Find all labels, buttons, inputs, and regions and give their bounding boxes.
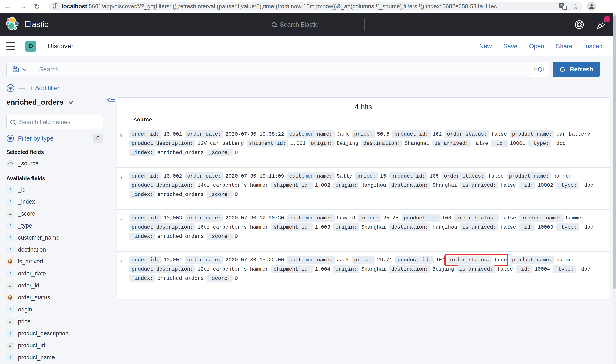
field-key-badge[interactable]: _score: bbox=[207, 275, 233, 282]
field-key-badge[interactable]: _type: bbox=[556, 223, 579, 231]
field-key-badge[interactable]: destination: bbox=[361, 140, 403, 147]
field-list-item[interactable]: # product_id bbox=[6, 339, 103, 351]
index-pattern-picker[interactable]: enriched_orders bbox=[6, 98, 103, 106]
nav-action-link[interactable]: Inspect bbox=[584, 43, 604, 50]
browser-menu-icon[interactable]: ⋮ bbox=[599, 2, 607, 11]
field-key-badge[interactable]: _id: bbox=[519, 182, 536, 189]
scrollbar-thumb[interactable] bbox=[613, 15, 616, 289]
nav-action-link[interactable]: New bbox=[479, 43, 492, 50]
field-key-badge[interactable]: order_status: bbox=[442, 172, 486, 180]
field-key-badge[interactable]: price: bbox=[352, 256, 375, 264]
page-scrollbar[interactable] bbox=[613, 13, 616, 364]
field-key-badge[interactable]: order_date: bbox=[185, 256, 223, 264]
field-list-item[interactable]: </> _source bbox=[6, 157, 103, 169]
browser-reload-button[interactable]: ↻ bbox=[34, 0, 40, 13]
field-list-item[interactable]: # order_id bbox=[6, 280, 103, 291]
url-text[interactable]: localhost:5601/app/discover#/?_g=(filter… bbox=[62, 3, 556, 10]
global-search-input[interactable]: Search Elastic bbox=[268, 18, 364, 31]
field-key-badge[interactable]: customer_name: bbox=[287, 172, 335, 180]
browser-back-button[interactable]: ← bbox=[5, 0, 12, 13]
field-key-badge[interactable]: order_status: bbox=[445, 130, 489, 138]
expand-document-chevron-icon[interactable]: › bbox=[120, 214, 129, 247]
field-list-item[interactable]: t destination bbox=[6, 244, 103, 256]
collapse-sidebar-icon[interactable] bbox=[107, 98, 115, 106]
add-filter-button[interactable]: + Add filter bbox=[30, 85, 59, 92]
field-key-badge[interactable]: order_id: bbox=[129, 130, 162, 138]
field-key-badge[interactable]: price: bbox=[358, 214, 381, 222]
field-key-badge[interactable]: destination: bbox=[389, 265, 430, 273]
browser-forward-button[interactable]: → bbox=[19, 0, 27, 13]
field-key-badge[interactable]: product_id: bbox=[389, 172, 427, 180]
field-key-badge[interactable]: product_id: bbox=[395, 256, 434, 264]
field-key-badge[interactable]: origin: bbox=[333, 182, 359, 189]
field-key-badge[interactable]: order_status: bbox=[454, 214, 498, 222]
field-key-badge[interactable]: is_arrived: bbox=[460, 182, 498, 189]
field-key-badge[interactable]: price: bbox=[355, 172, 378, 180]
field-list-item[interactable]: t _id bbox=[6, 184, 103, 196]
field-list-item[interactable]: t _type bbox=[6, 220, 103, 232]
field-key-badge[interactable]: product_name: bbox=[510, 130, 554, 138]
field-key-badge[interactable]: customer_name: bbox=[287, 214, 335, 222]
field-key-badge[interactable]: customer_name: bbox=[287, 256, 335, 264]
field-key-badge[interactable]: origin: bbox=[333, 265, 359, 273]
expand-document-chevron-icon[interactable]: › bbox=[120, 130, 129, 163]
browser-profile-avatar[interactable] bbox=[587, 2, 596, 11]
saved-query-menu-button[interactable] bbox=[7, 62, 33, 77]
expand-document-chevron-icon[interactable]: › bbox=[120, 172, 129, 205]
field-key-badge[interactable]: origin: bbox=[309, 140, 335, 147]
field-key-badge[interactable]: product_description: bbox=[129, 140, 195, 147]
field-key-badge[interactable]: product_id: bbox=[402, 214, 440, 222]
field-key-badge[interactable]: is_arrived: bbox=[433, 140, 471, 147]
browser-address-bar[interactable]: ⓘ localhost:5601/app/discover#/?_g=(filt… bbox=[49, 2, 583, 11]
field-key-badge[interactable]: product_name: bbox=[507, 172, 551, 180]
field-key-badge[interactable]: order_date: bbox=[185, 130, 223, 138]
field-search-input[interactable]: Search field names bbox=[6, 115, 103, 129]
field-key-badge[interactable]: _id: bbox=[519, 223, 536, 231]
menu-hamburger-icon[interactable] bbox=[6, 42, 15, 51]
filter-by-type-button[interactable]: Filter by type bbox=[18, 135, 89, 142]
field-key-badge[interactable]: _index: bbox=[129, 233, 155, 240]
field-key-badge[interactable]: _type: bbox=[556, 182, 579, 189]
field-key-badge[interactable]: _id: bbox=[491, 140, 508, 147]
field-key-badge[interactable]: price: bbox=[352, 130, 375, 138]
query-language-button[interactable]: KQL bbox=[531, 62, 549, 77]
bookmark-star-icon[interactable]: ☆ bbox=[572, 2, 579, 11]
field-key-badge[interactable]: shipment_id: bbox=[247, 140, 288, 147]
field-key-badge[interactable]: _type: bbox=[528, 140, 551, 147]
field-key-badge[interactable]: order_id: bbox=[129, 256, 162, 264]
field-list-item[interactable]: t origin bbox=[6, 303, 103, 315]
discover-app-icon[interactable]: D bbox=[25, 41, 36, 52]
nav-action-link[interactable]: Share bbox=[556, 43, 572, 50]
field-key-badge[interactable]: destination: bbox=[389, 182, 430, 189]
field-list-item[interactable]: order_status bbox=[6, 291, 103, 303]
field-key-badge[interactable]: shipment_id: bbox=[271, 265, 313, 273]
field-list-item[interactable]: t order_date bbox=[6, 268, 103, 280]
query-search-input[interactable]: Search bbox=[33, 66, 531, 73]
field-key-badge[interactable]: _index: bbox=[129, 149, 155, 156]
field-key-badge[interactable]: customer_name: bbox=[287, 130, 335, 138]
field-key-badge[interactable]: product_name: bbox=[519, 214, 563, 222]
refresh-button[interactable]: Refresh bbox=[553, 62, 600, 77]
field-key-badge[interactable]: _id: bbox=[516, 265, 532, 273]
field-list-item[interactable]: t product_name bbox=[6, 351, 103, 363]
expand-document-chevron-icon[interactable]: › bbox=[120, 256, 129, 288]
translate-icon[interactable]: G A bbox=[559, 3, 567, 10]
field-key-badge[interactable]: _index: bbox=[129, 275, 155, 282]
field-key-badge[interactable]: order_date: bbox=[185, 214, 223, 222]
field-key-badge[interactable]: product_description: bbox=[129, 265, 195, 273]
field-list-item[interactable]: is_arrived bbox=[6, 256, 103, 268]
field-list-item[interactable]: t customer_name bbox=[6, 232, 103, 244]
field-key-badge[interactable]: product_description: bbox=[129, 182, 195, 189]
field-key-badge[interactable]: shipment_id: bbox=[271, 182, 313, 189]
field-key-badge[interactable]: order_date: bbox=[185, 172, 223, 180]
source-column-header[interactable]: _source bbox=[131, 116, 152, 123]
nav-action-link[interactable]: Open bbox=[529, 43, 544, 50]
field-key-badge[interactable]: destination: bbox=[389, 223, 430, 231]
help-icon[interactable] bbox=[574, 19, 585, 30]
field-key-badge[interactable]: order_id: bbox=[129, 214, 162, 222]
field-key-badge[interactable]: _score: bbox=[207, 191, 233, 198]
field-key-badge[interactable]: product_description: bbox=[129, 223, 195, 231]
field-key-badge[interactable]: origin: bbox=[333, 223, 359, 231]
field-key-badge[interactable]: shipment_id: bbox=[271, 223, 313, 231]
field-key-badge[interactable]: _type: bbox=[553, 265, 576, 273]
